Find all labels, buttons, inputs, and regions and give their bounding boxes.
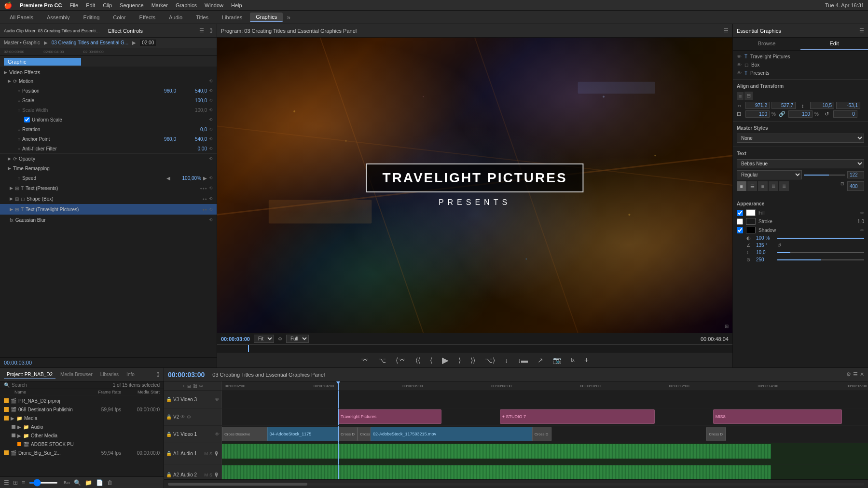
menu-marker[interactable]: Marker	[152, 2, 168, 8]
clip-cross-d-3[interactable]: Cross D	[532, 427, 551, 441]
master-styles-select[interactable]: None	[737, 134, 864, 143]
letter-spacing-input[interactable]	[847, 181, 864, 191]
link-icon[interactable]: 🔗	[779, 111, 785, 117]
clip-dissolve-0[interactable]: Cross Dissolve	[222, 427, 274, 441]
size-input[interactable]	[847, 171, 864, 178]
audio-mixer-tab[interactable]: Audio Clip Mixer: 03 Creating Titles and…	[4, 28, 100, 33]
position-y[interactable]: 540,0	[178, 88, 207, 94]
file-item-068[interactable]: 🎬 068 Destination Publishin 59,94 fps 00…	[0, 405, 164, 414]
go-to-out-btn[interactable]: ⌥⟩	[483, 355, 497, 365]
a2-m-btn[interactable]: M	[204, 473, 208, 477]
scale-value[interactable]: 100,0	[178, 98, 207, 103]
proj-tab-libraries[interactable]: Libraries	[97, 371, 122, 379]
zoom-slider[interactable]	[29, 482, 58, 484]
layer-text-travelight[interactable]: ▶ ⊞ T Text (Travelight Pictures) ⬥⬥ ⟲	[0, 204, 217, 215]
align-icon-1[interactable]: ≡	[737, 92, 744, 100]
play-btn[interactable]: ▶	[440, 354, 451, 366]
graphic-label[interactable]: Graphic	[4, 58, 81, 66]
fill-checkbox[interactable]	[737, 210, 743, 216]
rotation-input[interactable]	[833, 110, 857, 118]
size-slider[interactable]	[804, 175, 845, 176]
tl-close-btn[interactable]: ✕	[860, 371, 864, 378]
tab-editing[interactable]: Editing	[78, 13, 106, 22]
stroke-value[interactable]: 1,0	[857, 219, 864, 224]
menu-file[interactable]: File	[69, 2, 78, 8]
a1-mic-icon[interactable]: 🎙	[214, 450, 220, 457]
file-item-audio[interactable]: ▶ 📁 Audio	[0, 422, 164, 431]
fit-selector[interactable]: Fit	[254, 335, 274, 343]
uniform-scale-checkbox[interactable]	[24, 117, 30, 122]
menu-window[interactable]: Window	[205, 2, 223, 8]
anchor-x[interactable]: 960,0	[147, 136, 176, 142]
anchor-row[interactable]: ○ Anchor Point 960,0 540,0 ⟲	[0, 134, 217, 144]
a2-s-btn[interactable]: S	[209, 473, 212, 477]
motion-reset[interactable]: ⟲	[209, 79, 213, 83]
position-x[interactable]: 960,0	[147, 88, 176, 94]
rotation-row[interactable]: ○ Rotation 0,0 ⟲	[0, 124, 217, 134]
justify-btn[interactable]: ≣	[769, 181, 778, 191]
settings-icon[interactable]: ⚙	[278, 336, 282, 341]
eg-layer-box[interactable]: 👁 ◻ Box	[733, 61, 868, 69]
layer-reset-0[interactable]: ⟲	[209, 186, 213, 190]
playhead-scrub-bar[interactable]	[217, 344, 732, 352]
shadow-checkbox[interactable]	[737, 227, 743, 233]
search-input[interactable]	[12, 382, 111, 388]
monitor-menu-icon[interactable]: ☰	[724, 27, 729, 34]
file-item-other[interactable]: ▶ 📁 Other Media	[0, 431, 164, 440]
timeline-scrollbar[interactable]	[168, 483, 864, 486]
tab-graphics[interactable]: Graphics	[250, 13, 283, 22]
position-reset[interactable]: ⟲	[209, 88, 213, 93]
fx-btn[interactable]: fx	[569, 356, 577, 364]
layer-reset-2[interactable]: ⟲	[209, 207, 213, 212]
tab-effects[interactable]: Effects	[134, 13, 161, 22]
file-item-media[interactable]: ▶ 📁 Media	[0, 414, 164, 422]
opacity-row[interactable]: ▶ ⟳ Opacity ⟲	[0, 154, 217, 163]
time-remapping-row[interactable]: ▶ Time Remapping	[0, 163, 217, 173]
menu-clip[interactable]: Clip	[103, 2, 112, 8]
a2-lock-icon[interactable]: 🔒	[166, 472, 172, 477]
tab-color[interactable]: Color	[107, 13, 131, 22]
camera-btn[interactable]: 📷	[551, 355, 563, 365]
v1-lock-icon[interactable]: 🔒	[166, 432, 172, 437]
rotation-value[interactable]: 0,0	[178, 127, 207, 132]
overwrite-btn[interactable]: ↓▬	[516, 355, 530, 365]
anchor-y[interactable]: 540,0	[178, 136, 207, 142]
v3-lock-icon[interactable]: 🔒	[166, 397, 172, 402]
new-bin-btn[interactable]: 📁	[85, 479, 92, 486]
clip-cross-d-4[interactable]: Cross D	[706, 427, 726, 441]
align-icon-2[interactable]: ⊟	[744, 92, 753, 100]
icon-view-btn[interactable]: ⊞	[13, 479, 18, 486]
metadata-view-btn[interactable]: ≡	[22, 479, 25, 486]
scale-reset[interactable]: ⟲	[209, 98, 213, 103]
scale-y-input[interactable]	[788, 110, 813, 118]
step-back-btn[interactable]: ⟨⟨	[413, 355, 422, 365]
a1-lock-icon[interactable]: 🔒	[166, 451, 172, 456]
speed-prev-icon[interactable]: ◀	[166, 176, 170, 181]
clip-studio7[interactable]: + STUDIO 7	[500, 409, 655, 424]
layer-reset-1[interactable]: ⟲	[209, 196, 213, 201]
step-forward-btn[interactable]: ⟩⟩	[468, 355, 477, 365]
tl-razor-btn[interactable]: ✂	[199, 384, 203, 389]
v2-settings-icon[interactable]: ⚙	[187, 414, 191, 420]
menu-help[interactable]: Help	[231, 2, 242, 8]
style-select[interactable]: Regular	[737, 170, 802, 179]
opacity-slider-track[interactable]	[777, 238, 864, 239]
project-expand-icon[interactable]: ⟫	[157, 371, 160, 378]
tab-audio[interactable]: Audio	[163, 13, 188, 22]
export-btn[interactable]: ↗	[536, 355, 545, 365]
file-item-adobe-stock[interactable]: 🎬 ADOBE STOCK PU	[0, 440, 164, 448]
anchor-reset[interactable]: ⟲	[209, 136, 213, 141]
menu-sequence[interactable]: Sequence	[120, 2, 144, 8]
quality-selector[interactable]: Full	[286, 335, 309, 343]
step-next-btn[interactable]: ⟩	[456, 355, 463, 365]
pos-y-input[interactable]	[772, 102, 796, 109]
speed-next-icon[interactable]: ▶	[203, 176, 207, 181]
list-view-btn[interactable]: ☰	[4, 479, 9, 486]
distance-slider-track[interactable]	[777, 252, 864, 253]
v3-eye-icon[interactable]: 👁	[215, 397, 220, 402]
tl-tools-btn[interactable]: ⚙	[846, 371, 851, 378]
eg-tab-edit[interactable]: Edit	[800, 38, 868, 50]
clip-travelight[interactable]: Travelight Pictures	[338, 409, 441, 424]
search-footer-btn[interactable]: 🔍	[74, 479, 81, 486]
clip-mis8[interactable]: MIS8	[713, 409, 842, 424]
